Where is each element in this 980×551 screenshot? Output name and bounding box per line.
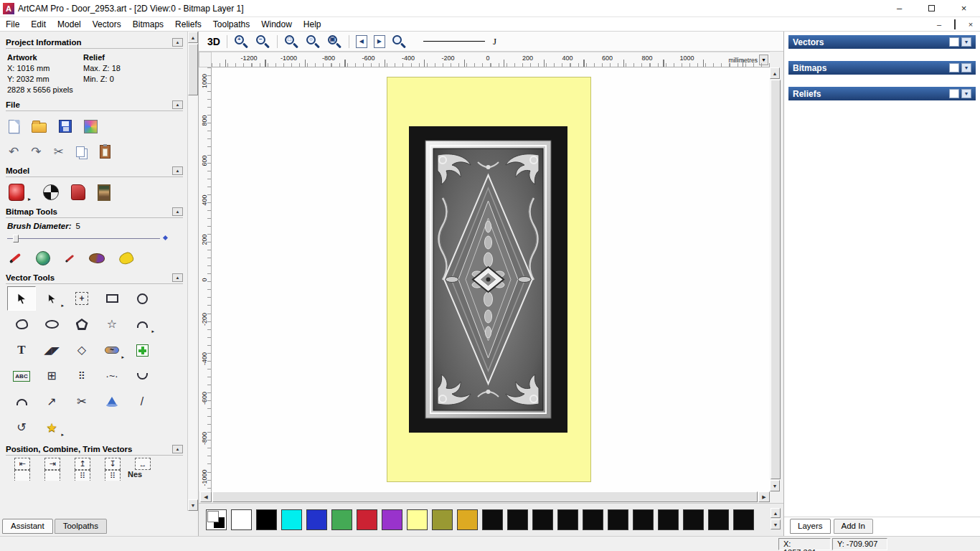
collapse-vector-button[interactable]: ▲ [172, 273, 183, 282]
greyscale-image-icon[interactable] [98, 184, 110, 201]
palette-scroll-up[interactable]: ▲ [771, 508, 781, 518]
palette-swatch[interactable] [658, 509, 679, 530]
new-model-icon[interactable] [9, 120, 19, 133]
canvas-scroll-left[interactable]: ◀ [200, 491, 212, 502]
measure-tool[interactable]: ◢◤ [37, 338, 66, 362]
menu-bitmaps[interactable]: Bitmaps [127, 18, 169, 31]
redo-icon[interactable]: ↷ [31, 146, 41, 158]
random-tool[interactable]: ⠿ [105, 470, 121, 481]
previous-view-icon[interactable]: ◀ [356, 35, 367, 48]
relief-clipart-icon[interactable] [9, 184, 24, 201]
create-arc-tool[interactable]: ▸ [128, 312, 156, 336]
vectors-section-header[interactable]: Vectors ▼ [788, 35, 976, 49]
transform-vectors-tool[interactable]: + [67, 286, 96, 311]
align-right-tool[interactable]: ⇥ [44, 458, 60, 470]
create-star-tool[interactable]: ☆ [98, 312, 126, 336]
palette-swatch[interactable] [532, 509, 553, 530]
spline-tool[interactable]: ·~· [98, 364, 126, 388]
zoom-previous-icon[interactable] [392, 34, 407, 49]
create-diamond-tool[interactable]: ◇ [67, 338, 96, 362]
assistant-scrollbar[interactable]: ▲ ▼ [187, 32, 198, 511]
mdi-close-button[interactable]: × [966, 20, 976, 29]
tab-layers[interactable]: Layers [790, 519, 831, 534]
paste-along-curve-tool[interactable]: ~ ▸ [98, 338, 126, 362]
copy-icon[interactable] [76, 146, 85, 157]
join-vectors-tool[interactable] [7, 390, 36, 414]
flood-fill-icon[interactable] [118, 251, 135, 265]
collapse-project-button[interactable]: ▲ [172, 38, 183, 47]
blend-colours-icon[interactable] [89, 253, 105, 263]
create-polyline-tool[interactable] [7, 312, 36, 336]
ruler-units-dropdown[interactable]: ▼ [759, 55, 768, 65]
wrap-star-tool[interactable]: ★ ▸ [37, 415, 66, 440]
create-rectangle-tool[interactable] [98, 286, 126, 311]
vectors-dropdown-icon[interactable]: ▼ [961, 37, 971, 47]
node-editing-tool[interactable]: ▸ [37, 286, 66, 311]
collapse-position-button[interactable]: ▲ [172, 445, 183, 453]
trim-vectors-tool[interactable]: ✂ [67, 390, 96, 414]
distribute-tool-2[interactable] [44, 470, 60, 481]
canvas-scroll-right[interactable]: ▶ [758, 491, 770, 502]
mdi-restore-button[interactable] [950, 20, 960, 29]
canvas-hscroll-thumb[interactable] [212, 491, 758, 502]
slider-thumb[interactable] [13, 235, 19, 242]
paste-icon[interactable] [100, 145, 110, 159]
paint-brush-icon[interactable] [9, 253, 21, 264]
palette-swatch[interactable] [482, 509, 503, 530]
bitmaps-section-header[interactable]: Bitmaps ▼ [788, 61, 976, 75]
palette-swatch[interactable] [256, 509, 277, 530]
block-copy-tool[interactable] [128, 338, 156, 362]
palette-scroll-down[interactable]: ▼ [771, 519, 781, 529]
palette-swatch[interactable] [382, 509, 402, 530]
bitmaps-panel-icon[interactable] [949, 63, 959, 72]
next-view-icon[interactable]: ▶ [374, 35, 385, 48]
import-model-icon[interactable] [84, 120, 98, 133]
undo-icon[interactable]: ↶ [9, 146, 19, 158]
palette-swatch[interactable] [231, 509, 252, 530]
create-ellipse-tool[interactable] [37, 312, 66, 336]
zoom-out-icon[interactable]: − [255, 34, 270, 49]
tab-assistant[interactable]: Assistant [2, 519, 53, 534]
minimize-button[interactable]: – [883, 0, 915, 17]
vectors-panel-icon[interactable] [949, 37, 959, 47]
reliefs-section-header[interactable]: Reliefs ▼ [788, 87, 976, 100]
canvas-scroll-down[interactable]: ▼ [770, 480, 780, 491]
menu-toolpaths[interactable]: Toolpaths [207, 18, 255, 31]
create-circle-tool[interactable] [128, 286, 156, 311]
text-block-tool[interactable]: ABC [7, 364, 36, 388]
menu-edit[interactable]: Edit [25, 18, 52, 31]
mdi-minimize-button[interactable]: – [934, 20, 944, 29]
palette-swatch[interactable] [608, 509, 628, 530]
menu-reliefs[interactable]: Reliefs [169, 18, 207, 31]
model-artwork[interactable] [387, 77, 591, 482]
canvas-vscroll-thumb[interactable] [771, 80, 781, 479]
relief-flyout-icon[interactable]: ▸ [28, 196, 31, 202]
palette-swatch[interactable] [507, 509, 528, 530]
align-bottom-tool[interactable]: ↧ [105, 458, 121, 470]
draw-icon[interactable] [65, 254, 75, 262]
primary-secondary-colour[interactable] [206, 509, 227, 530]
zoom-fit-icon[interactable]: ▣ [327, 34, 342, 49]
polyline-arrow-tool[interactable]: ↗ [37, 390, 66, 414]
scroll-thumb[interactable] [188, 44, 198, 95]
scroll-up-button[interactable]: ▲ [188, 32, 198, 43]
fit-arcs-tool[interactable] [128, 364, 156, 388]
palette-swatch[interactable] [708, 509, 729, 530]
scroll-down-button[interactable]: ▼ [188, 499, 198, 511]
palette-swatch[interactable] [331, 509, 352, 530]
align-left-tool[interactable]: ⇤ [14, 458, 30, 470]
cut-icon[interactable]: ✂ [54, 146, 64, 158]
shaded-sphere-icon[interactable] [43, 184, 59, 200]
collapse-bitmap-button[interactable]: ▲ [172, 207, 183, 216]
canvas-2d-view[interactable] [212, 67, 770, 491]
zoom-box-icon[interactable]: □ [284, 34, 299, 49]
open-model-icon[interactable] [32, 123, 47, 133]
create-polygon-tool[interactable] [67, 312, 96, 336]
palette-swatch[interactable] [457, 509, 478, 530]
stamp-relief-icon[interactable] [71, 184, 85, 200]
menu-vectors[interactable]: Vectors [87, 18, 127, 31]
canvas-scroll-up[interactable]: ▲ [770, 67, 780, 79]
select-vectors-tool[interactable] [7, 286, 36, 311]
zoom-in-icon[interactable]: + [234, 34, 249, 49]
menu-model[interactable]: Model [52, 18, 87, 31]
